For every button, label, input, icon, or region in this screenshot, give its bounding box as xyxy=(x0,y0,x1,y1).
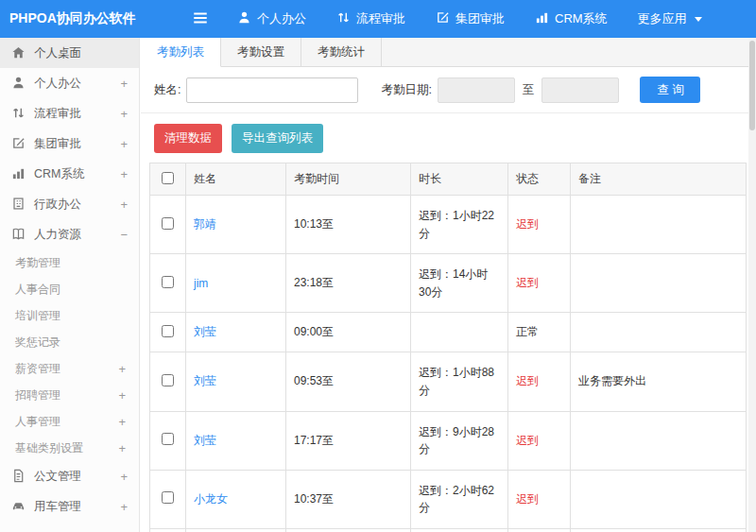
employee-name-link[interactable]: 小龙女 xyxy=(194,492,228,506)
sidebar-item-human-resources[interactable]: 人力资源 − xyxy=(0,219,139,249)
expand-icon: + xyxy=(118,441,126,455)
tab-attendance-stats[interactable]: 考勤统计 xyxy=(301,38,382,66)
chart-icon xyxy=(11,166,26,181)
status-cell: 迟到 xyxy=(508,352,571,411)
row-checkbox[interactable] xyxy=(162,433,174,445)
time-cell: 10:13至 xyxy=(286,196,411,254)
scrollbar-thumb[interactable] xyxy=(749,41,755,130)
date-range-to-label: 至 xyxy=(523,82,535,98)
table-row: 郭靖 10:13至 迟到：1小时22分 迟到 xyxy=(150,196,747,254)
expand-icon: + xyxy=(118,415,126,429)
date-filter-label: 考勤日期: xyxy=(381,82,431,98)
expand-icon: + xyxy=(118,362,126,376)
book-icon xyxy=(11,227,26,242)
status-cell: 迟到/早退 xyxy=(508,528,571,532)
row-checkbox[interactable] xyxy=(162,276,174,288)
header-status: 状态 xyxy=(508,163,571,196)
duration-cell: 迟到：2小时62分 xyxy=(411,470,508,528)
date-to-input[interactable] xyxy=(541,77,619,103)
row-checkbox[interactable] xyxy=(162,325,174,337)
row-checkbox[interactable] xyxy=(162,491,174,504)
employee-name-link[interactable]: 刘莹 xyxy=(194,434,216,447)
employee-name-link[interactable]: 郭靖 xyxy=(194,217,216,231)
app-logo: PHPOA协同办公软件 xyxy=(0,10,140,27)
sidebar-item-admin-office[interactable]: 行政办公 + xyxy=(0,189,139,219)
time-cell: 17:17至 xyxy=(286,411,411,470)
sidebar-item-personal-office[interactable]: 个人办公 + xyxy=(0,68,139,98)
duration-cell xyxy=(411,313,508,352)
nav-item-more-apps[interactable]: 更多应用 xyxy=(638,10,702,27)
clear-data-button[interactable]: 清理数据 xyxy=(154,124,222,153)
header-remark: 备注 xyxy=(571,163,747,196)
sidebar-subitem-base-category-settings[interactable]: 基础类别设置 + xyxy=(0,435,139,461)
tab-attendance-settings[interactable]: 考勤设置 xyxy=(221,38,301,66)
search-button[interactable]: 查 询 xyxy=(640,77,700,103)
table-row: 管理员 10:54至10:54 迟到：2小时90分早退：7小时10分 迟到/早退… xyxy=(150,528,747,532)
main-content: 考勤列表 考勤设置 考勤统计 姓名: 考勤日期: 至 查 询 清理数据 导出查询… xyxy=(141,38,756,532)
person-icon xyxy=(11,76,26,91)
sidebar-subitem-recruitment-mgmt[interactable]: 招聘管理 + xyxy=(0,382,139,408)
sidebar-item-process-approval[interactable]: 流程审批 + xyxy=(0,98,139,129)
expand-icon: + xyxy=(118,388,126,403)
nav-item-crm-system[interactable]: CRM系统 xyxy=(535,10,608,27)
sidebar-subitem-hr-contract[interactable]: 人事合同 xyxy=(0,276,139,302)
sidebar-item-crm[interactable]: CRM系统 + xyxy=(0,159,139,189)
top-navigation: 个人办公 流程审批 集团审批 CRM系统 更多应用 xyxy=(237,10,702,27)
remark-cell xyxy=(571,411,747,470)
duration-cell: 迟到：9小时28分 xyxy=(411,411,508,470)
expand-icon: + xyxy=(120,167,128,181)
expand-icon: + xyxy=(120,107,128,121)
sidebar-subitem-reward-punishment[interactable]: 奖惩记录 xyxy=(0,329,139,355)
time-cell: 09:00至 xyxy=(286,313,411,352)
sidebar-item-vehicle-mgmt[interactable]: 用车管理 + xyxy=(0,491,139,522)
duration-cell: 迟到：1小时22分 xyxy=(411,196,508,254)
scrollbar[interactable] xyxy=(748,38,756,532)
document-icon xyxy=(11,469,26,484)
nav-item-group-approval[interactable]: 集团审批 xyxy=(436,10,505,27)
employee-name-link[interactable]: jim xyxy=(194,277,208,290)
sidebar-subitem-training-mgmt[interactable]: 培训管理 xyxy=(0,302,139,329)
sidebar-subitem-personnel-mgmt[interactable]: 人事管理 + xyxy=(0,408,139,435)
name-filter-label: 姓名: xyxy=(154,82,180,98)
expand-icon: + xyxy=(120,500,128,514)
expand-icon: + xyxy=(120,137,128,151)
select-all-checkbox[interactable] xyxy=(162,172,174,184)
date-from-input[interactable] xyxy=(438,77,515,103)
car-icon xyxy=(11,499,26,514)
menu-button[interactable] xyxy=(192,9,209,29)
header-name: 姓名 xyxy=(186,163,286,196)
expand-icon: + xyxy=(120,470,128,484)
remark-cell xyxy=(571,254,747,313)
status-cell: 迟到 xyxy=(508,470,571,528)
name-filter-input[interactable] xyxy=(186,77,358,103)
app-window: PHPOA协同办公软件 个人办公 流程审批 集团审批 CRM系统 更多应用 xyxy=(0,0,756,532)
nav-item-personal-office[interactable]: 个人办公 xyxy=(237,10,306,27)
row-checkbox[interactable] xyxy=(162,374,174,386)
person-icon xyxy=(237,10,251,27)
sidebar-item-document-mgmt[interactable]: 公文管理 + xyxy=(0,461,139,491)
sidebar: 个人桌面 个人办公 + 流程审批 + 集团审批 + CRM系统 + 行政办公 + xyxy=(0,38,140,532)
header-duration: 时长 xyxy=(411,163,508,196)
attendance-table: 姓名 考勤时间 时长 状态 备注 郭靖 10:13至 迟到：1小时22分 迟到 xyxy=(149,163,747,532)
status-cell: 迟到 xyxy=(508,196,571,254)
sidebar-item-group-approval[interactable]: 集团审批 + xyxy=(0,129,139,159)
employee-name-link[interactable]: 刘莹 xyxy=(194,325,216,338)
flow-icon xyxy=(11,106,26,121)
expand-icon: + xyxy=(120,77,128,91)
sidebar-subitem-salary-mgmt[interactable]: 薪资管理 + xyxy=(0,355,139,382)
tab-attendance-list[interactable]: 考勤列表 xyxy=(141,38,221,67)
row-checkbox[interactable] xyxy=(162,217,174,230)
building-icon xyxy=(11,197,26,212)
table-row: 刘莹 17:17至 迟到：9小时28分 迟到 xyxy=(150,411,747,470)
header-time: 考勤时间 xyxy=(286,163,411,196)
tab-bar: 考勤列表 考勤设置 考勤统计 xyxy=(141,38,756,67)
collapse-icon: − xyxy=(120,228,128,242)
nav-item-process-approval[interactable]: 流程审批 xyxy=(336,10,405,27)
remark-cell xyxy=(571,470,747,528)
employee-name-link[interactable]: 刘莹 xyxy=(194,374,216,387)
export-list-button[interactable]: 导出查询列表 xyxy=(232,124,323,153)
sidebar-item-desktop[interactable]: 个人桌面 xyxy=(0,38,139,68)
duration-cell: 迟到：14小时30分 xyxy=(411,254,508,313)
hamburger-menu-icon xyxy=(192,9,209,29)
sidebar-subitem-attendance-mgmt[interactable]: 考勤管理 xyxy=(0,249,139,276)
